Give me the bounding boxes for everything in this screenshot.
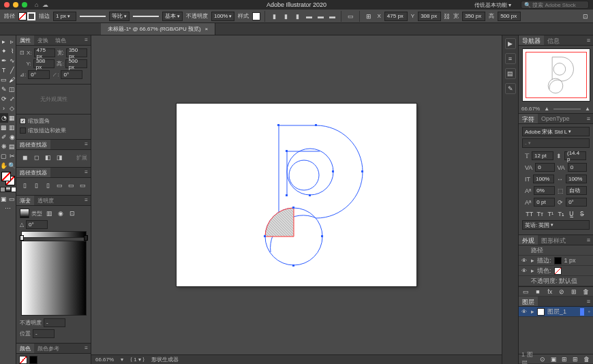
rectangle-tool[interactable]: ▭: [0, 75, 8, 85]
libraries-strip-icon[interactable]: ▤: [505, 68, 516, 79]
tab-appearance[interactable]: 外观: [519, 235, 538, 245]
smallcaps-icon[interactable]: Tт: [536, 209, 545, 219]
add-effect-icon[interactable]: fx: [545, 287, 554, 297]
home-icon[interactable]: ⌂: [35, 1, 38, 8]
direct-selection-tool[interactable]: ▹: [8, 37, 16, 46]
delete-icon[interactable]: 🗑: [581, 287, 590, 297]
cloud-icon[interactable]: ☁: [42, 1, 48, 8]
gradient-swatch[interactable]: [20, 209, 29, 218]
curvature-tool[interactable]: ∿: [8, 56, 16, 65]
align-right-icon[interactable]: ▮: [292, 12, 302, 21]
align-bottom-icon[interactable]: ▬: [327, 12, 337, 21]
tab-gradient[interactable]: 渐变: [16, 196, 34, 205]
align-hcenter-icon[interactable]: ▮: [281, 12, 290, 21]
eyedropper-tool[interactable]: ✐: [0, 132, 8, 142]
mac-minimize-button[interactable]: [13, 2, 18, 7]
mac-zoom-button[interactable]: [22, 2, 27, 7]
document-tab[interactable]: 未标题-1* @ 66.67% (RGB/GPU 预览) ×: [101, 23, 215, 35]
draw-mode-buttons[interactable]: [0, 187, 16, 192]
baseline-field[interactable]: 0%: [534, 186, 554, 195]
leading-field[interactable]: (14.4 p: [564, 151, 586, 160]
artboard[interactable]: [177, 104, 416, 286]
artboard-tool[interactable]: ▢: [0, 151, 8, 161]
gradient-tool[interactable]: ▥: [8, 123, 16, 132]
panel-w-field[interactable]: 350 px: [66, 48, 87, 57]
auto-field[interactable]: 自动: [566, 186, 587, 195]
panel-menu-icon[interactable]: ≡: [82, 344, 91, 353]
target-indicator[interactable]: [580, 308, 584, 316]
locate-object-icon[interactable]: ⊙: [538, 354, 546, 364]
eraser-tool[interactable]: ◫: [8, 85, 16, 94]
tracking-field[interactable]: 0: [568, 163, 587, 172]
baseline-shift-field[interactable]: 0 pt: [534, 198, 555, 207]
layer-name[interactable]: 图层_1: [547, 307, 566, 316]
align-row-icon[interactable]: ▯: [31, 181, 41, 190]
tab-color[interactable]: 颜色: [16, 344, 34, 353]
align-row-icon[interactable]: ▭: [66, 181, 76, 190]
subscript-icon[interactable]: T₁: [557, 209, 566, 219]
delete-layer-icon[interactable]: 🗑: [583, 354, 590, 364]
tab-character[interactable]: 字符: [519, 114, 538, 123]
symbol-sprayer-tool[interactable]: ❋: [0, 142, 8, 151]
superscript-icon[interactable]: T¹: [546, 209, 556, 219]
comments-strip-icon[interactable]: ✎: [505, 83, 516, 94]
opacity-field[interactable]: 100%: [211, 12, 234, 21]
new-sublayer-icon[interactable]: ⊞: [561, 354, 568, 364]
scale-strokes-checkbox[interactable]: [20, 127, 26, 134]
gradient-slider[interactable]: [21, 231, 87, 238]
zoom-in-icon[interactable]: ▲: [585, 106, 590, 112]
add-stroke-icon[interactable]: ▭: [521, 287, 530, 297]
slice-tool[interactable]: ✂: [8, 151, 16, 161]
tab-fill[interactable]: 填色: [52, 35, 70, 45]
w-field[interactable]: 350 px: [462, 12, 485, 21]
hscale-field[interactable]: 100%: [566, 175, 587, 183]
linear-gradient-icon[interactable]: ▥: [44, 209, 54, 218]
freeform-gradient-icon[interactable]: ⊡: [67, 209, 77, 218]
nav-zoom-value[interactable]: 66.67%: [521, 106, 540, 112]
align-row-icon[interactable]: ▭: [78, 181, 87, 190]
align-row-icon[interactable]: ▯: [20, 181, 29, 190]
char-rotate-field[interactable]: 0°: [566, 198, 587, 207]
align-vcenter-icon[interactable]: ▬: [316, 12, 325, 21]
close-tab-icon[interactable]: ×: [205, 26, 209, 32]
panel-menu-icon[interactable]: ≡: [584, 114, 593, 123]
underline-icon[interactable]: U̲: [567, 209, 577, 219]
panel-menu-icon[interactable]: ≡: [82, 168, 91, 177]
tab-color-guide[interactable]: 颜色参考: [34, 344, 63, 353]
line-tool[interactable]: ╱: [8, 65, 16, 75]
color-stroke-swatch[interactable]: [29, 356, 37, 364]
h-field[interactable]: 500 px: [498, 12, 521, 21]
layer-row[interactable]: 👁 ▸ 图层_1 ◦: [519, 307, 593, 317]
selection-tool[interactable]: ▸: [0, 37, 8, 46]
fill-stroke-controls[interactable]: [1, 172, 15, 185]
search-input[interactable]: 🔍 搜索 Adobe Stock: [521, 1, 589, 9]
tab-info[interactable]: 信息: [544, 35, 563, 45]
font-family-field[interactable]: Adobe 宋体 Std L: [522, 127, 590, 136]
panel-menu-icon[interactable]: ≡: [584, 297, 593, 306]
panel-y-field[interactable]: 308 px: [33, 59, 55, 68]
zoom-tool[interactable]: 🔍: [8, 161, 16, 170]
tab-opentype[interactable]: OpenType: [538, 114, 573, 123]
new-layer-icon[interactable]: ⊞: [572, 354, 579, 364]
screen-mode-normal[interactable]: ▣: [0, 194, 8, 204]
stroke-style-preview[interactable]: [80, 16, 106, 17]
visibility-toggle[interactable]: 👁: [521, 309, 528, 315]
shaper-tool[interactable]: ✎: [0, 85, 8, 94]
clear-appearance-icon[interactable]: ⊘: [558, 287, 566, 297]
navigator-thumbnail[interactable]: [522, 48, 590, 102]
edit-toolbar-button[interactable]: ⋯: [4, 204, 12, 213]
language-field[interactable]: 英语: 英国: [522, 220, 590, 230]
fill-swatch[interactable]: [18, 12, 27, 20]
panel-shortcut-icon[interactable]: ⊡: [581, 12, 590, 21]
mesh-tool[interactable]: ▩: [0, 123, 8, 132]
shape-mode-icon[interactable]: ▭: [346, 12, 355, 21]
allcaps-icon[interactable]: TT: [525, 209, 534, 219]
tab-layers[interactable]: 图层: [519, 297, 538, 306]
pathfinder-intersect-icon[interactable]: ◧: [43, 153, 52, 162]
pen-tool[interactable]: ✒: [0, 56, 8, 65]
align-top-icon[interactable]: ▬: [304, 12, 314, 21]
visibility-toggle[interactable]: 👁: [521, 268, 528, 274]
vscale-field[interactable]: 100%: [533, 175, 554, 183]
pathfinder-exclude-icon[interactable]: ◨: [55, 153, 64, 162]
status-zoom[interactable]: 66.67%: [95, 357, 114, 363]
